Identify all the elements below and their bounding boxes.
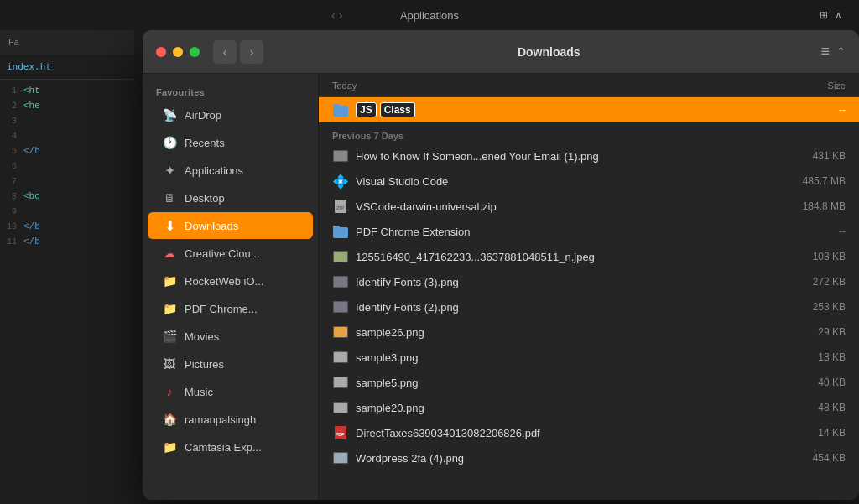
downloads-icon: ⬇ [161, 217, 178, 234]
sidebar-item-music-label: Music [185, 386, 213, 398]
sidebar-section-favourites: Favourites [143, 81, 318, 101]
sidebar-item-rocketweb-label: RocketWeb iO... [185, 275, 263, 288]
file-row-fonts2[interactable]: Identify Fonts (2).png 253 KB [319, 294, 859, 320]
creative-cloud-icon: ☁ [161, 245, 178, 262]
back-button[interactable]: ‹ [213, 40, 237, 64]
movies-icon: 🎬 [161, 328, 178, 345]
arrange-button[interactable]: ⌃ [836, 43, 846, 60]
sample26-size: 29 KB [770, 326, 846, 338]
svg-rect-11 [334, 277, 347, 287]
fonts2-icon [332, 299, 349, 315]
file-row-sample3[interactable]: sample3.png 18 KB [319, 345, 859, 370]
section-previous-7-days: Previous 7 Days [319, 122, 859, 143]
maximize-button[interactable] [190, 47, 200, 57]
list-view-button[interactable]: ≡ [820, 43, 830, 60]
fonts3-label: Identify Fonts (3).png [356, 276, 770, 288]
jpeg-icon [332, 248, 349, 265]
svg-rect-3 [334, 151, 347, 161]
music-icon: ♪ [161, 383, 178, 400]
svg-rect-13 [334, 302, 347, 312]
sidebar-item-pictures-label: Pictures [185, 358, 224, 371]
sample20-size: 48 KB [770, 402, 846, 413]
directtaxes-size: 14 KB [770, 427, 846, 439]
top-nav-forward[interactable]: › [339, 8, 343, 22]
nav-buttons: ‹ › [213, 40, 263, 64]
pictures-icon: 🖼 [161, 356, 178, 372]
svg-rect-17 [334, 352, 347, 362]
vscode-title-bar: Fa [0, 29, 134, 55]
file-row-pdf-chrome[interactable]: PDF Chrome Extension -- [319, 219, 859, 244]
file-row-sample26[interactable]: sample26.png 29 KB [319, 320, 859, 345]
view-controls: ≡ ⌃ [820, 43, 846, 60]
svg-rect-21 [334, 403, 347, 413]
sidebar-item-pdf-chrome-label: PDF Chrome... [185, 303, 258, 315]
sidebar-item-rocketweb[interactable]: 📁 RocketWeb iO... [148, 268, 313, 294]
sample20-label: sample20.png [356, 402, 770, 414]
fonts2-size: 253 KB [770, 301, 846, 313]
sidebar-item-downloads[interactable]: ⬇ Downloads [148, 212, 313, 239]
wordpress-label: Wordpress 2fa (4).png [356, 452, 770, 465]
vscode-zip-label: VSCode-darwin-universal.zip [356, 200, 770, 213]
wordpress-size: 454 KB [770, 452, 846, 464]
vscode-file-name: index.ht [7, 61, 51, 72]
sidebar-item-desktop[interactable]: 🖥 Desktop [148, 184, 313, 211]
sidebar-item-creative-cloud[interactable]: ☁ Creative Clou... [148, 240, 313, 267]
close-button[interactable] [156, 47, 166, 57]
file-row-sample5[interactable]: sample5.png 40 KB [319, 370, 859, 395]
sidebar-item-movies[interactable]: 🎬 Movies [148, 323, 313, 350]
desktop-icon: 🖥 [161, 190, 178, 206]
file-row-jsclass[interactable]: JS Class -- [319, 97, 859, 122]
sidebar-item-camtasia[interactable]: 📁 Camtasia Exp... [148, 434, 313, 460]
file-row-directtaxes[interactable]: PDF DirectTaxes639034013082206826.pdf 14… [319, 420, 859, 445]
vscode-zip-icon: ZIP [332, 198, 349, 215]
js-badge: JS [356, 102, 377, 117]
sidebar-item-desktop-label: Desktop [185, 192, 225, 205]
sidebar-item-creative-cloud-label: Creative Clou... [185, 247, 260, 260]
sample26-label: sample26.png [356, 326, 770, 339]
top-bar-title: Applications [400, 9, 459, 22]
traffic-lights [156, 47, 200, 57]
vscode-zip-size: 184.8 MB [770, 200, 846, 212]
file-row-vscode[interactable]: 💠 Visual Studio Code 485.7 MB [319, 169, 859, 194]
file-row-vscode-zip[interactable]: ZIP VSCode-darwin-universal.zip 184.8 MB [319, 194, 859, 219]
applications-icon: ✦ [161, 162, 178, 179]
pdf-chrome-folder-label: PDF Chrome Extension [356, 226, 770, 238]
email-png-size: 431 KB [770, 150, 846, 162]
sample20-icon [332, 399, 349, 416]
sidebar-item-pdf-chrome[interactable]: 📁 PDF Chrome... [148, 295, 313, 322]
sample3-size: 18 KB [770, 351, 846, 363]
top-bar-grid-icon[interactable]: ⊞ [820, 9, 828, 21]
file-row-fonts3[interactable]: Identify Fonts (3).png 272 KB [319, 269, 859, 294]
sidebar-item-airdrop[interactable]: 📡 AirDrop [148, 101, 313, 128]
email-png-icon [332, 148, 349, 164]
sidebar-item-recents[interactable]: 🕐 Recents [148, 129, 313, 156]
minimize-button[interactable] [173, 47, 183, 57]
sample26-icon [332, 324, 349, 340]
file-list: Today Size JS Class -- [319, 74, 859, 500]
sidebar-item-downloads-label: Downloads [185, 220, 238, 232]
camtasia-icon: 📁 [161, 439, 178, 455]
directtaxes-label: DirectTaxes639034013082206826.pdf [356, 427, 770, 439]
forward-button[interactable]: › [240, 40, 263, 64]
sidebar-item-airdrop-label: AirDrop [185, 109, 221, 122]
sidebar-item-pictures[interactable]: 🖼 Pictures [148, 351, 313, 377]
vscode-code-lines: 1<ht 2<he 3 4 5</h 6 7 8<bo 9 10</b 11</… [0, 80, 134, 252]
top-nav-back[interactable]: ‹ [331, 8, 336, 22]
recents-icon: 🕐 [161, 134, 178, 151]
top-bar-expand-icon[interactable]: ∧ [835, 9, 842, 21]
file-row-email-png[interactable]: How to Know If Someon...ened Your Email … [319, 143, 859, 169]
file-row-jpeg[interactable]: 125516490_417162233...3637881048511_n.jp… [319, 244, 859, 269]
svg-rect-9 [334, 252, 347, 262]
sidebar-item-applications[interactable]: ✦ Applications [148, 157, 313, 184]
vscode-app-icon: 💠 [332, 173, 349, 190]
sidebar-item-user[interactable]: 🏠 ramanpalsingh [148, 406, 313, 433]
svg-text:PDF: PDF [336, 432, 344, 437]
jpeg-size: 103 KB [770, 251, 846, 262]
pdf-chrome-folder-icon [332, 223, 349, 240]
wordpress-png-icon [332, 449, 349, 466]
file-row-wordpress[interactable]: Wordpress 2fa (4).png 454 KB [319, 445, 859, 470]
file-row-sample20[interactable]: sample20.png 48 KB [319, 395, 859, 420]
sample3-icon [332, 349, 349, 366]
svg-rect-15 [334, 327, 347, 337]
sidebar-item-music[interactable]: ♪ Music [148, 378, 313, 405]
